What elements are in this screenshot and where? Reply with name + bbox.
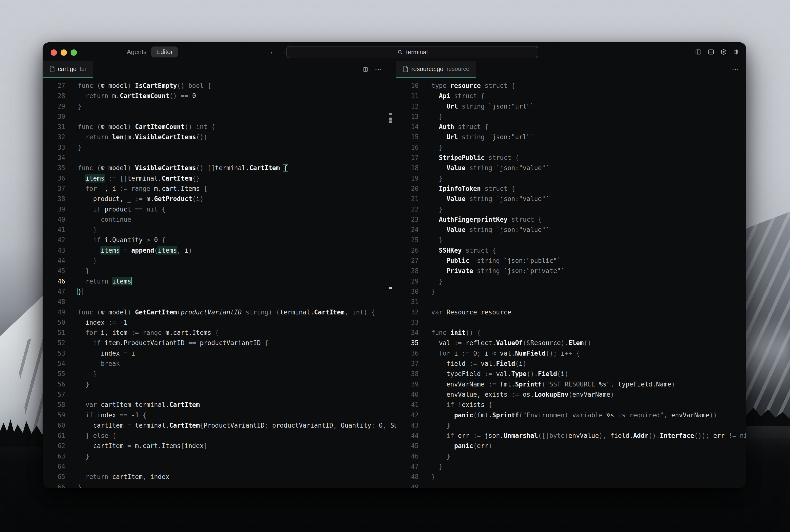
code-line[interactable]: 35 val := reflect.ValueOf(&Resource).Ele… xyxy=(396,338,746,348)
code-line[interactable]: 35func (m model) VisibleCartItems() []te… xyxy=(43,163,396,173)
code-line[interactable]: 61 } else { xyxy=(43,431,396,441)
code-line[interactable]: 50 index := -1 xyxy=(43,317,396,327)
code-line[interactable]: 58 var cartItem terminal.CartItem xyxy=(43,400,396,410)
code-line[interactable]: 19 } xyxy=(396,173,746,184)
code-line[interactable]: 45 panic(err) xyxy=(396,441,746,451)
code-line[interactable]: 43 } xyxy=(396,420,746,431)
code-line[interactable]: 10type resource struct { xyxy=(396,80,746,91)
code-line[interactable]: 29} xyxy=(43,101,396,112)
code-line[interactable]: 34 xyxy=(43,153,396,163)
split-pane-icon[interactable] xyxy=(362,66,368,73)
code-line[interactable]: 22 } xyxy=(396,204,746,214)
code-line[interactable]: 40 envValue, exists := os.LookupEnv(envV… xyxy=(396,390,746,400)
code-line[interactable]: 18 Value string `json:"value"` xyxy=(396,163,746,173)
code-line[interactable]: 38 typeField := val.Type().Field(i) xyxy=(396,369,746,379)
code-line[interactable]: 51 for i, item := range m.cart.Items { xyxy=(43,327,396,338)
code-line[interactable]: 49func (m model) GetCartItem(productVari… xyxy=(43,307,396,317)
code-line[interactable]: 24 Value string `json:"value"` xyxy=(396,225,746,235)
code-line[interactable]: 39 if product == nil { xyxy=(43,204,396,214)
code-line[interactable]: 62 cartItem = m.cart.Items[index] xyxy=(43,441,396,451)
code-line[interactable]: 37 field := val.Field(i) xyxy=(396,359,746,369)
code-line[interactable]: 27func (m model) IsCartEmpty() bool { xyxy=(43,80,396,91)
code-line[interactable]: 47 } xyxy=(396,461,746,472)
left-editor[interactable]: 27func (m model) IsCartEmpty() bool {28 … xyxy=(43,78,396,488)
code-line[interactable]: 14 Auth struct { xyxy=(396,122,746,132)
code-line[interactable]: 32 return len(m.VisibleCartItems()) xyxy=(43,132,396,142)
tab-cart-go[interactable]: cart.go tui xyxy=(43,61,93,78)
code-line[interactable]: 20 IpinfoToken struct { xyxy=(396,184,746,194)
code-line[interactable]: 27 Public string `json:"public"` xyxy=(396,255,746,266)
code-line[interactable]: 49 xyxy=(396,482,746,488)
code-line[interactable]: 25 } xyxy=(396,235,746,245)
code-line[interactable]: 36 items := []terminal.CartItem{} xyxy=(43,173,396,184)
code-line[interactable]: 39 envVarName := fmt.Sprintf("SST_RESOUR… xyxy=(396,379,746,390)
code-line[interactable]: 16 } xyxy=(396,142,746,153)
code-line[interactable]: 46 return items xyxy=(43,276,396,286)
code-line[interactable]: 33 xyxy=(396,317,746,327)
close-button[interactable] xyxy=(51,50,57,56)
code-line[interactable]: 46 } xyxy=(396,451,746,461)
code-line[interactable]: 23 AuthFingerprintKey struct { xyxy=(396,214,746,225)
code-line[interactable]: 66} xyxy=(43,482,396,488)
toggle-left-panel-icon[interactable] xyxy=(695,49,702,55)
nav-editor[interactable]: Editor xyxy=(151,46,178,57)
toggle-bottom-panel-icon[interactable] xyxy=(708,49,714,55)
code-line[interactable]: 48 xyxy=(43,297,396,307)
code-line[interactable]: 12 Url string `json:"url"` xyxy=(396,101,746,112)
code-line[interactable]: 57 xyxy=(43,390,396,400)
back-arrow-icon[interactable]: ← xyxy=(267,43,278,61)
code-line[interactable]: 44 if err := json.Unmarshal([]byte(envVa… xyxy=(396,431,746,441)
tab-resource-go[interactable]: resource.go resource xyxy=(396,61,476,78)
code-line[interactable]: 31func (m model) CartItemCount() int { xyxy=(43,122,396,132)
code-line[interactable]: 60 cartItem = terminal.CartItem{ProductV… xyxy=(43,420,396,431)
code-line[interactable]: 41 if !exists { xyxy=(396,400,746,410)
right-editor[interactable]: 10type resource struct {11 Api struct {1… xyxy=(396,78,746,488)
code-line[interactable]: 34func init() { xyxy=(396,327,746,338)
code-line[interactable]: 26 SSHKey struct { xyxy=(396,245,746,255)
code-line[interactable]: 63 } xyxy=(43,451,396,461)
code-line[interactable]: 15 Url string `json:"url"` xyxy=(396,132,746,142)
minimize-button[interactable] xyxy=(61,50,67,56)
code-line[interactable]: 29 } xyxy=(396,276,746,286)
code-line[interactable]: 21 Value string `json:"value"` xyxy=(396,194,746,204)
code-line[interactable]: 33} xyxy=(43,142,396,153)
zoom-button[interactable] xyxy=(71,50,77,56)
code-line[interactable]: 43 items = append(items, i) xyxy=(43,245,396,255)
code-line[interactable]: 45 } xyxy=(43,266,396,276)
code-line[interactable]: 28 return m.CartItemCount() == 0 xyxy=(43,91,396,101)
code-line[interactable]: 48} xyxy=(396,472,746,482)
agent-cube-icon[interactable] xyxy=(720,49,727,55)
code-line[interactable]: 28 Private string `json:"private"` xyxy=(396,266,746,276)
code-line[interactable]: 38 product, _ := m.GetProduct(i) xyxy=(43,194,396,204)
code-line[interactable]: 47} xyxy=(43,286,396,297)
line-number: 48 xyxy=(396,472,419,482)
code-line[interactable]: 55 } xyxy=(43,369,396,379)
code-line[interactable]: 17 StripePublic struct { xyxy=(396,153,746,163)
code-line[interactable]: 30} xyxy=(396,286,746,297)
code-line[interactable]: 44 } xyxy=(43,255,396,266)
code-line[interactable]: 11 Api struct { xyxy=(396,91,746,101)
more-options-icon[interactable]: ⋯ xyxy=(732,66,739,73)
code-line[interactable]: 53 index = i xyxy=(43,348,396,359)
code-line[interactable]: 30 xyxy=(43,112,396,122)
code-line[interactable]: 37 for _, i := range m.cart.Items { xyxy=(43,184,396,194)
more-options-icon[interactable]: ⋯ xyxy=(375,66,382,73)
code-line[interactable]: 31 xyxy=(396,297,746,307)
code-line[interactable]: 41 } xyxy=(43,225,396,235)
code-line[interactable]: 42 if i.Quantity > 0 { xyxy=(43,235,396,245)
code-line[interactable]: 54 break xyxy=(43,359,396,369)
code-line[interactable]: 40 continue xyxy=(43,214,396,225)
nav-agents[interactable]: Agents xyxy=(127,48,147,56)
code-line[interactable]: 65 return cartItem, index xyxy=(43,472,396,482)
code-line[interactable]: 64 xyxy=(43,461,396,472)
settings-gear-icon[interactable] xyxy=(733,49,739,55)
code-line[interactable]: 59 if index == -1 { xyxy=(43,410,396,420)
line-number: 31 xyxy=(43,122,65,132)
code-line[interactable]: 32var Resource resource xyxy=(396,307,746,317)
search-input[interactable]: terminal xyxy=(286,46,538,58)
code-line[interactable]: 36 for i := 0; i < val.NumField(); i++ { xyxy=(396,348,746,359)
code-line[interactable]: 56 } xyxy=(43,379,396,390)
code-line[interactable]: 52 if item.ProductVariantID == productVa… xyxy=(43,338,396,348)
code-line[interactable]: 13 } xyxy=(396,112,746,122)
code-line[interactable]: 42 panic(fmt.Sprintf("Environment variab… xyxy=(396,410,746,420)
